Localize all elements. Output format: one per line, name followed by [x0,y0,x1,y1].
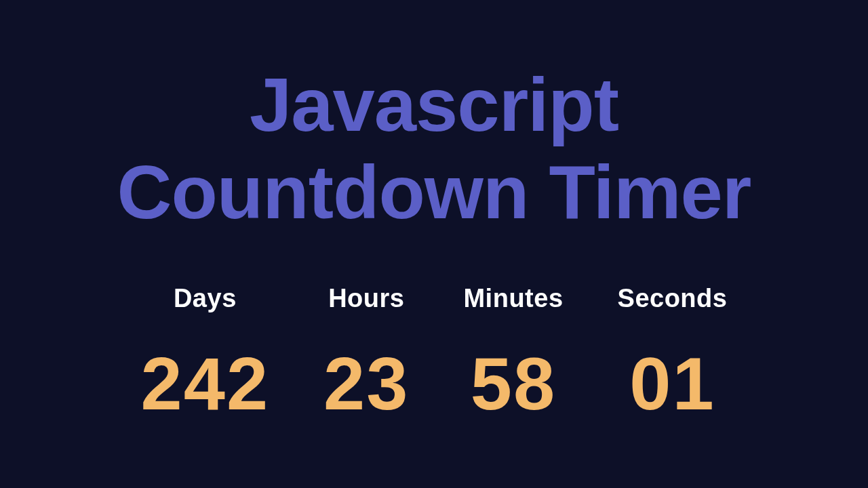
timer-label-hours: Hours [328,284,404,313]
timer-value-hours: 23 [323,340,409,426]
timer-unit-days: Days 242 [141,284,270,426]
page-title: Javascript Countdown Timer [117,62,751,237]
timer-value-seconds: 01 [629,340,715,426]
timer-label-days: Days [174,284,237,313]
title-line-1: Javascript [250,62,618,147]
title-line-2: Countdown Timer [117,150,751,235]
timer-value-days: 242 [141,340,270,426]
countdown-timer: Days 242 Hours 23 Minutes 58 Seconds 01 [141,284,728,426]
timer-unit-seconds: Seconds 01 [618,284,728,426]
timer-label-minutes: Minutes [463,284,563,313]
timer-value-minutes: 58 [471,340,556,426]
timer-unit-minutes: Minutes 58 [463,284,563,426]
timer-unit-hours: Hours 23 [323,284,409,426]
timer-label-seconds: Seconds [618,284,728,313]
